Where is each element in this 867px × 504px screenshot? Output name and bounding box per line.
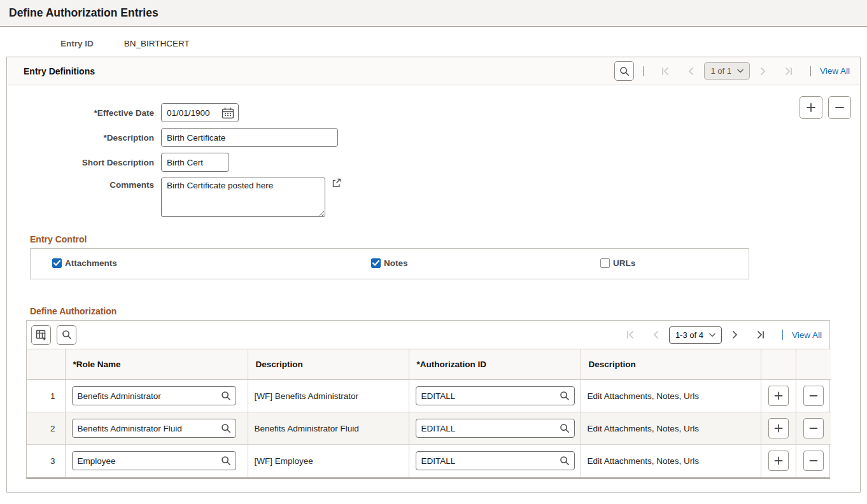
urls-checkbox[interactable] — [600, 258, 610, 268]
lookup-icon[interactable] — [221, 423, 231, 433]
comments-row: Comments Birth Certificate posted here — [7, 178, 860, 217]
description-column-header: Description — [248, 349, 409, 380]
authorization-id-fieldbox — [416, 386, 575, 405]
calendar-button[interactable] — [222, 107, 234, 119]
role-name-fieldbox — [72, 386, 236, 405]
entry-control-heading: Entry Control — [30, 234, 860, 244]
last-page-button[interactable] — [756, 330, 765, 339]
grid-pagination: 1-3 of 4 — [617, 326, 822, 344]
role-name-input[interactable] — [78, 456, 208, 466]
search-icon — [62, 330, 72, 340]
minus-icon — [834, 102, 845, 113]
authorization-id-fieldbox — [416, 419, 575, 438]
next-page-button[interactable] — [730, 330, 739, 339]
add-row-button[interactable] — [768, 418, 789, 438]
delete-row-button[interactable] — [828, 96, 851, 119]
grid-toolbar: 1-3 of 4 — [27, 321, 829, 349]
first-page-icon — [661, 67, 670, 76]
define-authorization-grid: 1-3 of 4 — [26, 320, 830, 479]
page-range-select[interactable]: 1-3 of 4 — [669, 326, 722, 344]
add-row-button[interactable] — [768, 451, 789, 471]
plus-icon — [773, 391, 784, 401]
grid-action-icon — [36, 330, 47, 340]
lookup-icon[interactable] — [221, 456, 231, 466]
entry-id-value: BN_BIRTHCERT — [124, 39, 190, 48]
role-name-column-header: *Role Name — [65, 349, 248, 380]
attachments-checkbox[interactable] — [52, 258, 62, 268]
notes-checkbox[interactable] — [371, 258, 381, 268]
urls-label: URLs — [613, 258, 635, 268]
next-page-icon — [730, 330, 739, 339]
next-page-icon — [758, 67, 767, 76]
lookup-icon[interactable] — [221, 391, 231, 401]
effective-date-row: *Effective Date — [7, 103, 860, 122]
delete-row-button[interactable] — [803, 386, 824, 406]
entry-definitions-title: Entry Definitions — [24, 66, 95, 76]
row-number: 2 — [27, 412, 65, 445]
short-description-row: Short Description — [7, 153, 860, 172]
row-number: 3 — [27, 445, 65, 477]
last-page-button[interactable] — [784, 67, 793, 76]
grid-action-menu-button[interactable] — [31, 325, 51, 345]
minus-icon — [808, 456, 819, 466]
row-add-remove-controls — [800, 96, 851, 119]
view-all-link[interactable]: View All — [792, 330, 822, 340]
minus-icon — [808, 391, 819, 401]
role-name-input[interactable] — [78, 391, 208, 401]
first-page-button[interactable] — [626, 330, 635, 339]
authorization-id-input[interactable] — [421, 424, 547, 433]
pagination-divider — [643, 66, 644, 76]
first-page-button[interactable] — [661, 67, 670, 76]
delete-row-button[interactable] — [803, 418, 824, 438]
description-label: *Description — [7, 133, 161, 143]
grid-search-button[interactable] — [57, 325, 76, 345]
effective-date-fieldbox — [161, 103, 239, 122]
entry-definitions-body: *Effective Date *Description Short Descr… — [7, 85, 860, 492]
lookup-icon[interactable] — [560, 391, 570, 401]
add-column-header — [761, 349, 796, 380]
authorization-table: *Role Name Description *Authorization ID… — [27, 349, 831, 477]
plus-icon — [773, 456, 784, 466]
effective-date-input[interactable] — [167, 108, 213, 118]
previous-page-button[interactable] — [652, 330, 661, 339]
add-row-button[interactable] — [768, 386, 789, 406]
next-page-button[interactable] — [758, 67, 767, 76]
chevron-down-icon — [709, 333, 715, 337]
entry-definitions-pagination: 1 of 1 View All — [614, 61, 850, 81]
checkbox-attachments[interactable]: Attachments — [52, 258, 117, 268]
entry-id-row: Entry ID BN_BIRTHCERT — [60, 39, 867, 48]
page-range-select[interactable]: 1 of 1 — [704, 62, 750, 80]
last-page-icon — [756, 330, 765, 339]
previous-page-icon — [652, 330, 661, 339]
entry-id-label: Entry ID — [60, 39, 94, 48]
table-row: 3 [WF] Employee — [27, 445, 831, 477]
minus-icon — [808, 423, 819, 433]
lookup-icon[interactable] — [560, 423, 570, 433]
checkbox-notes[interactable]: Notes — [371, 258, 408, 268]
checkmark-icon — [372, 260, 379, 266]
role-name-fieldbox — [72, 419, 236, 438]
last-page-icon — [784, 67, 793, 76]
short-description-label: Short Description — [7, 158, 161, 167]
pagination-divider — [782, 330, 783, 340]
authorization-id-input[interactable] — [421, 456, 547, 466]
previous-page-button[interactable] — [687, 67, 696, 76]
view-all-link[interactable]: View All — [820, 66, 850, 76]
expand-comments-button[interactable] — [331, 178, 342, 188]
comments-textarea[interactable]: Birth Certificate posted here — [161, 178, 325, 217]
authorization-description: Edit Attachments, Notes, Urls — [581, 380, 761, 412]
description-input[interactable] — [161, 128, 338, 147]
authorization-id-input[interactable] — [421, 391, 547, 401]
search-button[interactable] — [614, 61, 634, 81]
first-page-icon — [626, 330, 635, 339]
role-name-input[interactable] — [78, 424, 208, 433]
checkbox-urls[interactable]: URLs — [600, 258, 635, 268]
previous-page-icon — [687, 67, 696, 76]
attachments-label: Attachments — [65, 258, 117, 268]
lookup-icon[interactable] — [560, 456, 570, 466]
search-icon — [619, 66, 630, 76]
add-row-button[interactable] — [800, 96, 822, 119]
delete-row-button[interactable] — [803, 451, 824, 471]
short-description-input[interactable] — [161, 153, 229, 172]
page-header: Define Authorization Entries — [0, 0, 867, 27]
